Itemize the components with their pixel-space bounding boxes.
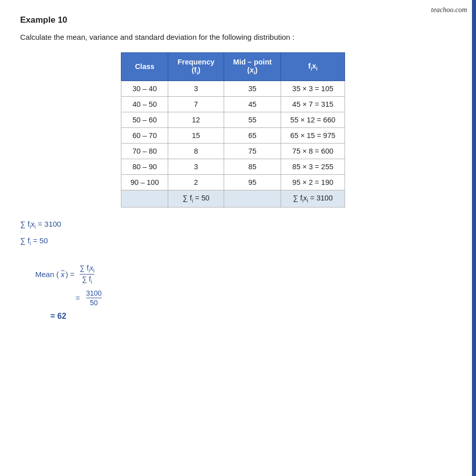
cell-fixi: 75 × 8 = 600 [281,143,345,159]
table-wrapper: Class Frequency(fi) Mid – point(xi) fixi… [121,52,456,208]
cell-fixi: 65 × 15 = 975 [281,127,345,143]
mean-result-line: = 62 [35,312,456,321]
cell-fixi: 35 × 3 = 105 [281,81,345,96]
cell-class: 90 – 100 [121,174,168,190]
mean-formula-line2: = 3100 50 [76,289,456,307]
cell-freq: 12 [168,112,224,127]
cell-mid: 95 [224,174,281,190]
cell-fixi: 55 × 12 = 660 [281,112,345,127]
cell-mid: 45 [224,96,281,112]
mean-fraction2: 3100 50 [86,289,102,307]
table-row: 60 – 70 15 65 65 × 15 = 975 [121,127,345,143]
mean-result: = 62 [50,312,456,321]
right-bar [472,0,476,476]
mean-label: Mean ( [35,270,59,279]
table-row: 90 – 100 2 95 95 × 2 = 190 [121,174,345,190]
cell-freq-sum: ∑ fi = 50 [168,190,224,207]
cell-mid: 75 [224,143,281,159]
data-table: Class Frequency(fi) Mid – point(xi) fixi… [121,52,345,208]
cell-freq: 7 [168,96,224,112]
cell-fixi: 95 × 2 = 190 [281,174,345,190]
col-header-class: Class [121,53,168,81]
cell-fixi-sum: ∑ fixi = 3100 [281,190,345,207]
problem-text: Calculate the mean, variance and standar… [20,31,456,43]
cell-class-sum [121,190,168,207]
cell-fixi: 85 × 3 = 255 [281,159,345,174]
table-row: 80 – 90 3 85 85 × 3 = 255 [121,159,345,174]
cell-mid-sum [224,190,281,207]
cell-fixi: 45 × 7 = 315 [281,96,345,112]
watermark: teachoo.com [431,6,467,14]
table-row: 50 – 60 12 55 55 × 12 = 660 [121,112,345,127]
cell-class: 40 – 50 [121,96,168,112]
sigma-fi-line: ∑ fi = 50 [20,233,456,249]
cell-class: 60 – 70 [121,127,168,143]
summary-row: ∑ fi = 50 ∑ fixi = 3100 [121,190,345,207]
cell-freq: 2 [168,174,224,190]
col-header-fixi: fixi [281,53,345,81]
mean-close-paren: ) = [65,270,75,279]
cell-freq: 15 [168,127,224,143]
mean-formula-line1: Mean ( x ) = ∑ fixi ∑ fi [35,264,456,285]
example-title: Example 10 [20,15,456,25]
cell-freq: 3 [168,159,224,174]
cell-freq: 3 [168,81,224,96]
cell-mid: 65 [224,127,281,143]
mean-denominator: ∑ fi [82,275,92,285]
mean-numerator: ∑ fixi [80,264,94,275]
table-row: 70 – 80 8 75 75 × 8 = 600 [121,143,345,159]
table-row: 40 – 50 7 45 45 × 7 = 315 [121,96,345,112]
mean-fraction: ∑ fixi ∑ fi [80,264,94,285]
cell-class: 80 – 90 [121,159,168,174]
cell-mid: 35 [224,81,281,96]
col-header-frequency: Frequency(fi) [168,53,224,81]
mean-eq2: = [76,294,80,302]
sigma-fixi-line: ∑ fixi = 3100 [20,217,456,232]
cell-mid: 55 [224,112,281,127]
mean-den2: 50 [90,298,98,307]
table-row: 30 – 40 3 35 35 × 3 = 105 [121,81,345,96]
summary-section: ∑ fixi = 3100 ∑ fi = 50 [20,217,456,249]
cell-mid: 85 [224,159,281,174]
mean-num2: 3100 [86,289,102,298]
col-header-midpoint: Mid – point(xi) [224,53,281,81]
cell-class: 70 – 80 [121,143,168,159]
cell-freq: 8 [168,143,224,159]
cell-class: 30 – 40 [121,81,168,96]
cell-class: 50 – 60 [121,112,168,127]
mean-section: Mean ( x ) = ∑ fixi ∑ fi = 3100 50 = 62 [35,264,456,321]
